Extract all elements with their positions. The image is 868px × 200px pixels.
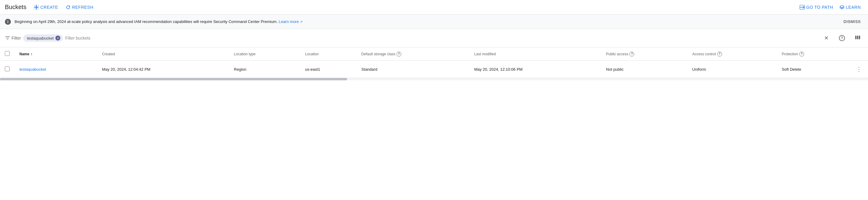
table-row: testaquabucket May 20, 2024, 12:04:42 PM… xyxy=(0,61,868,78)
filter-chip-label: testaquabucket xyxy=(27,36,54,40)
help-icon: ? xyxy=(839,35,845,41)
column-header-default-storage-class: Default storage class ? xyxy=(356,47,469,61)
filter-label: Filter xyxy=(11,36,21,40)
external-link-icon: ↗ xyxy=(300,20,303,24)
default-storage-class-cell: Standard xyxy=(356,61,469,78)
protection-cell: Soft Delete xyxy=(777,61,850,78)
svg-rect-4 xyxy=(855,36,857,39)
filter-bar-right: ✕ ? xyxy=(821,33,863,43)
columns-button[interactable] xyxy=(852,33,863,43)
go-to-path-button[interactable]: GO TO PATH xyxy=(797,2,836,13)
column-header-last-modified: Last modified xyxy=(469,47,601,61)
refresh-button[interactable]: REFRESH xyxy=(63,2,96,13)
access-control-help-icon[interactable]: ? xyxy=(717,52,722,56)
column-header-name[interactable]: Name ↑ xyxy=(14,47,97,61)
learn-label: LEARN xyxy=(846,5,861,10)
filter-icon-container: Filter xyxy=(5,35,21,41)
help-button[interactable]: ? xyxy=(837,33,847,43)
row-more-button[interactable]: ⋮ xyxy=(855,64,863,74)
row-actions-cell: ⋮ xyxy=(850,61,868,78)
column-header-protection: Protection ? xyxy=(777,47,850,61)
close-icon: ✕ xyxy=(57,37,59,40)
location-cell: us-east1 xyxy=(300,61,356,78)
select-all-checkbox[interactable] xyxy=(5,51,10,56)
column-header-location-type: Location type xyxy=(229,47,300,61)
access-control-cell: Uniform xyxy=(687,61,777,78)
columns-icon xyxy=(855,34,861,42)
column-header-created: Created xyxy=(97,47,229,61)
bucket-name-link[interactable]: testaquabucket xyxy=(20,67,46,72)
column-header-actions xyxy=(850,47,868,61)
learn-button[interactable]: LEARN xyxy=(837,2,863,13)
row-checkbox[interactable] xyxy=(5,67,10,71)
go-to-path-icon xyxy=(800,4,805,10)
create-icon xyxy=(34,4,39,10)
created-cell: May 20, 2024, 12:04:42 PM xyxy=(97,61,229,78)
info-banner: i Beginning on April 29th, 2024 at-scale… xyxy=(0,14,868,29)
go-to-path-label: GO TO PATH xyxy=(806,5,833,10)
clear-icon: ✕ xyxy=(824,35,829,41)
row-checkbox-cell xyxy=(0,61,14,78)
select-all-checkbox-cell xyxy=(0,47,14,61)
table-header-row: Name ↑ Created Location type Location De… xyxy=(0,47,868,61)
column-header-public-access: Public access ? xyxy=(601,47,687,61)
filter-chip-close[interactable]: ✕ xyxy=(55,36,60,40)
bucket-name-cell: testaquabucket xyxy=(14,61,97,78)
location-type-cell: Region xyxy=(229,61,300,78)
dismiss-button[interactable]: DISMISS xyxy=(841,18,863,25)
storage-class-help-icon[interactable]: ? xyxy=(397,52,401,56)
info-icon: i xyxy=(5,19,11,25)
filter-chip: testaquabucket ✕ xyxy=(23,34,63,42)
column-header-access-control: Access control ? xyxy=(687,47,777,61)
column-header-location: Location xyxy=(300,47,356,61)
svg-rect-5 xyxy=(857,36,858,39)
protection-help-icon[interactable]: ? xyxy=(799,52,804,56)
create-label: CREATE xyxy=(40,5,58,10)
scrollbar-thumb xyxy=(0,78,347,80)
sort-arrow-icon: ↑ xyxy=(31,52,33,56)
public-access-cell: Not public xyxy=(601,61,687,78)
learn-more-link[interactable]: Learn more ↗ xyxy=(279,19,303,24)
page-title: Buckets xyxy=(5,4,26,10)
header-bar: Buckets CREATE REFRESH xyxy=(0,0,868,14)
filter-icon xyxy=(5,35,10,41)
svg-rect-6 xyxy=(859,36,860,39)
learn-icon xyxy=(839,4,845,10)
buckets-table: Name ↑ Created Location type Location De… xyxy=(0,47,868,78)
filter-placeholder[interactable]: Filter buckets xyxy=(65,36,90,40)
horizontal-scrollbar[interactable] xyxy=(0,78,868,80)
header-right: GO TO PATH LEARN xyxy=(797,2,863,13)
last-modified-cell: May 20, 2024, 12:10:06 PM xyxy=(469,61,601,78)
refresh-icon xyxy=(65,4,71,10)
table-container: Name ↑ Created Location type Location De… xyxy=(0,47,868,80)
clear-filter-button[interactable]: ✕ xyxy=(821,33,832,43)
banner-text: Beginning on April 29th, 2024 at-scale p… xyxy=(14,19,837,24)
filter-bar: Filter testaquabucket ✕ Filter buckets ✕… xyxy=(0,29,868,47)
create-button[interactable]: CREATE xyxy=(31,2,61,13)
public-access-help-icon[interactable]: ? xyxy=(629,52,634,56)
svg-rect-2 xyxy=(34,4,39,10)
refresh-label: REFRESH xyxy=(72,5,93,10)
